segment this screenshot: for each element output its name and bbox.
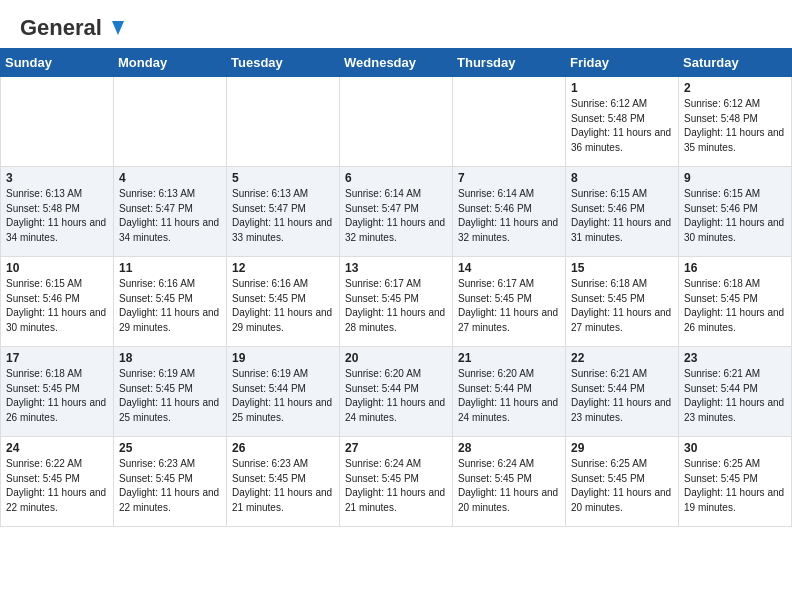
weekday-header-monday: Monday bbox=[114, 49, 227, 77]
day-number: 25 bbox=[119, 441, 221, 455]
calendar-day-cell: 16Sunrise: 6:18 AM Sunset: 5:45 PM Dayli… bbox=[679, 257, 792, 347]
page-header: General bbox=[0, 0, 792, 40]
calendar-day-cell: 29Sunrise: 6:25 AM Sunset: 5:45 PM Dayli… bbox=[566, 437, 679, 527]
day-info: Sunrise: 6:17 AM Sunset: 5:45 PM Dayligh… bbox=[345, 277, 447, 335]
calendar-header-row: SundayMondayTuesdayWednesdayThursdayFrid… bbox=[1, 49, 792, 77]
calendar-day-cell: 28Sunrise: 6:24 AM Sunset: 5:45 PM Dayli… bbox=[453, 437, 566, 527]
calendar-day-cell: 10Sunrise: 6:15 AM Sunset: 5:46 PM Dayli… bbox=[1, 257, 114, 347]
day-info: Sunrise: 6:18 AM Sunset: 5:45 PM Dayligh… bbox=[571, 277, 673, 335]
logo-general: General bbox=[20, 16, 102, 40]
day-info: Sunrise: 6:12 AM Sunset: 5:48 PM Dayligh… bbox=[684, 97, 786, 155]
day-number: 22 bbox=[571, 351, 673, 365]
day-info: Sunrise: 6:18 AM Sunset: 5:45 PM Dayligh… bbox=[6, 367, 108, 425]
calendar-day-cell: 20Sunrise: 6:20 AM Sunset: 5:44 PM Dayli… bbox=[340, 347, 453, 437]
day-number: 20 bbox=[345, 351, 447, 365]
day-info: Sunrise: 6:13 AM Sunset: 5:48 PM Dayligh… bbox=[6, 187, 108, 245]
calendar-empty-cell bbox=[453, 77, 566, 167]
calendar-week-row: 1Sunrise: 6:12 AM Sunset: 5:48 PM Daylig… bbox=[1, 77, 792, 167]
day-info: Sunrise: 6:19 AM Sunset: 5:45 PM Dayligh… bbox=[119, 367, 221, 425]
day-number: 13 bbox=[345, 261, 447, 275]
day-info: Sunrise: 6:15 AM Sunset: 5:46 PM Dayligh… bbox=[684, 187, 786, 245]
day-number: 1 bbox=[571, 81, 673, 95]
day-number: 3 bbox=[6, 171, 108, 185]
calendar-day-cell: 11Sunrise: 6:16 AM Sunset: 5:45 PM Dayli… bbox=[114, 257, 227, 347]
calendar-day-cell: 7Sunrise: 6:14 AM Sunset: 5:46 PM Daylig… bbox=[453, 167, 566, 257]
day-number: 11 bbox=[119, 261, 221, 275]
calendar-day-cell: 2Sunrise: 6:12 AM Sunset: 5:48 PM Daylig… bbox=[679, 77, 792, 167]
day-number: 4 bbox=[119, 171, 221, 185]
calendar-day-cell: 21Sunrise: 6:20 AM Sunset: 5:44 PM Dayli… bbox=[453, 347, 566, 437]
day-number: 5 bbox=[232, 171, 334, 185]
day-number: 14 bbox=[458, 261, 560, 275]
day-info: Sunrise: 6:18 AM Sunset: 5:45 PM Dayligh… bbox=[684, 277, 786, 335]
day-number: 17 bbox=[6, 351, 108, 365]
calendar-day-cell: 9Sunrise: 6:15 AM Sunset: 5:46 PM Daylig… bbox=[679, 167, 792, 257]
calendar-day-cell: 23Sunrise: 6:21 AM Sunset: 5:44 PM Dayli… bbox=[679, 347, 792, 437]
calendar-empty-cell bbox=[1, 77, 114, 167]
day-info: Sunrise: 6:24 AM Sunset: 5:45 PM Dayligh… bbox=[345, 457, 447, 515]
calendar-day-cell: 3Sunrise: 6:13 AM Sunset: 5:48 PM Daylig… bbox=[1, 167, 114, 257]
weekday-header-sunday: Sunday bbox=[1, 49, 114, 77]
calendar-day-cell: 24Sunrise: 6:22 AM Sunset: 5:45 PM Dayli… bbox=[1, 437, 114, 527]
weekday-header-friday: Friday bbox=[566, 49, 679, 77]
calendar-empty-cell bbox=[114, 77, 227, 167]
calendar-day-cell: 17Sunrise: 6:18 AM Sunset: 5:45 PM Dayli… bbox=[1, 347, 114, 437]
day-number: 8 bbox=[571, 171, 673, 185]
day-number: 12 bbox=[232, 261, 334, 275]
day-number: 29 bbox=[571, 441, 673, 455]
day-number: 9 bbox=[684, 171, 786, 185]
day-info: Sunrise: 6:23 AM Sunset: 5:45 PM Dayligh… bbox=[119, 457, 221, 515]
day-number: 27 bbox=[345, 441, 447, 455]
day-info: Sunrise: 6:17 AM Sunset: 5:45 PM Dayligh… bbox=[458, 277, 560, 335]
weekday-header-tuesday: Tuesday bbox=[227, 49, 340, 77]
day-info: Sunrise: 6:16 AM Sunset: 5:45 PM Dayligh… bbox=[119, 277, 221, 335]
calendar-day-cell: 30Sunrise: 6:25 AM Sunset: 5:45 PM Dayli… bbox=[679, 437, 792, 527]
day-info: Sunrise: 6:25 AM Sunset: 5:45 PM Dayligh… bbox=[684, 457, 786, 515]
day-number: 30 bbox=[684, 441, 786, 455]
logo: General bbox=[20, 16, 126, 36]
day-info: Sunrise: 6:21 AM Sunset: 5:44 PM Dayligh… bbox=[684, 367, 786, 425]
calendar-empty-cell bbox=[227, 77, 340, 167]
day-info: Sunrise: 6:20 AM Sunset: 5:44 PM Dayligh… bbox=[345, 367, 447, 425]
weekday-header-wednesday: Wednesday bbox=[340, 49, 453, 77]
day-info: Sunrise: 6:13 AM Sunset: 5:47 PM Dayligh… bbox=[119, 187, 221, 245]
calendar-week-row: 10Sunrise: 6:15 AM Sunset: 5:46 PM Dayli… bbox=[1, 257, 792, 347]
day-info: Sunrise: 6:22 AM Sunset: 5:45 PM Dayligh… bbox=[6, 457, 108, 515]
calendar-day-cell: 13Sunrise: 6:17 AM Sunset: 5:45 PM Dayli… bbox=[340, 257, 453, 347]
calendar-day-cell: 1Sunrise: 6:12 AM Sunset: 5:48 PM Daylig… bbox=[566, 77, 679, 167]
day-number: 26 bbox=[232, 441, 334, 455]
day-info: Sunrise: 6:13 AM Sunset: 5:47 PM Dayligh… bbox=[232, 187, 334, 245]
day-number: 7 bbox=[458, 171, 560, 185]
calendar-week-row: 3Sunrise: 6:13 AM Sunset: 5:48 PM Daylig… bbox=[1, 167, 792, 257]
day-info: Sunrise: 6:12 AM Sunset: 5:48 PM Dayligh… bbox=[571, 97, 673, 155]
calendar-day-cell: 26Sunrise: 6:23 AM Sunset: 5:45 PM Dayli… bbox=[227, 437, 340, 527]
calendar-day-cell: 14Sunrise: 6:17 AM Sunset: 5:45 PM Dayli… bbox=[453, 257, 566, 347]
svg-marker-0 bbox=[112, 21, 124, 35]
calendar-day-cell: 25Sunrise: 6:23 AM Sunset: 5:45 PM Dayli… bbox=[114, 437, 227, 527]
day-info: Sunrise: 6:14 AM Sunset: 5:46 PM Dayligh… bbox=[458, 187, 560, 245]
calendar-table: SundayMondayTuesdayWednesdayThursdayFrid… bbox=[0, 48, 792, 527]
calendar-week-row: 17Sunrise: 6:18 AM Sunset: 5:45 PM Dayli… bbox=[1, 347, 792, 437]
day-number: 23 bbox=[684, 351, 786, 365]
calendar-day-cell: 19Sunrise: 6:19 AM Sunset: 5:44 PM Dayli… bbox=[227, 347, 340, 437]
day-number: 19 bbox=[232, 351, 334, 365]
day-info: Sunrise: 6:23 AM Sunset: 5:45 PM Dayligh… bbox=[232, 457, 334, 515]
day-info: Sunrise: 6:20 AM Sunset: 5:44 PM Dayligh… bbox=[458, 367, 560, 425]
day-number: 18 bbox=[119, 351, 221, 365]
calendar-day-cell: 6Sunrise: 6:14 AM Sunset: 5:47 PM Daylig… bbox=[340, 167, 453, 257]
calendar-day-cell: 8Sunrise: 6:15 AM Sunset: 5:46 PM Daylig… bbox=[566, 167, 679, 257]
day-info: Sunrise: 6:15 AM Sunset: 5:46 PM Dayligh… bbox=[571, 187, 673, 245]
day-number: 10 bbox=[6, 261, 108, 275]
day-number: 16 bbox=[684, 261, 786, 275]
day-number: 28 bbox=[458, 441, 560, 455]
calendar-empty-cell bbox=[340, 77, 453, 167]
day-info: Sunrise: 6:16 AM Sunset: 5:45 PM Dayligh… bbox=[232, 277, 334, 335]
calendar-day-cell: 12Sunrise: 6:16 AM Sunset: 5:45 PM Dayli… bbox=[227, 257, 340, 347]
day-number: 2 bbox=[684, 81, 786, 95]
calendar-day-cell: 15Sunrise: 6:18 AM Sunset: 5:45 PM Dayli… bbox=[566, 257, 679, 347]
calendar-day-cell: 22Sunrise: 6:21 AM Sunset: 5:44 PM Dayli… bbox=[566, 347, 679, 437]
day-info: Sunrise: 6:24 AM Sunset: 5:45 PM Dayligh… bbox=[458, 457, 560, 515]
day-info: Sunrise: 6:19 AM Sunset: 5:44 PM Dayligh… bbox=[232, 367, 334, 425]
calendar-day-cell: 18Sunrise: 6:19 AM Sunset: 5:45 PM Dayli… bbox=[114, 347, 227, 437]
weekday-header-saturday: Saturday bbox=[679, 49, 792, 77]
